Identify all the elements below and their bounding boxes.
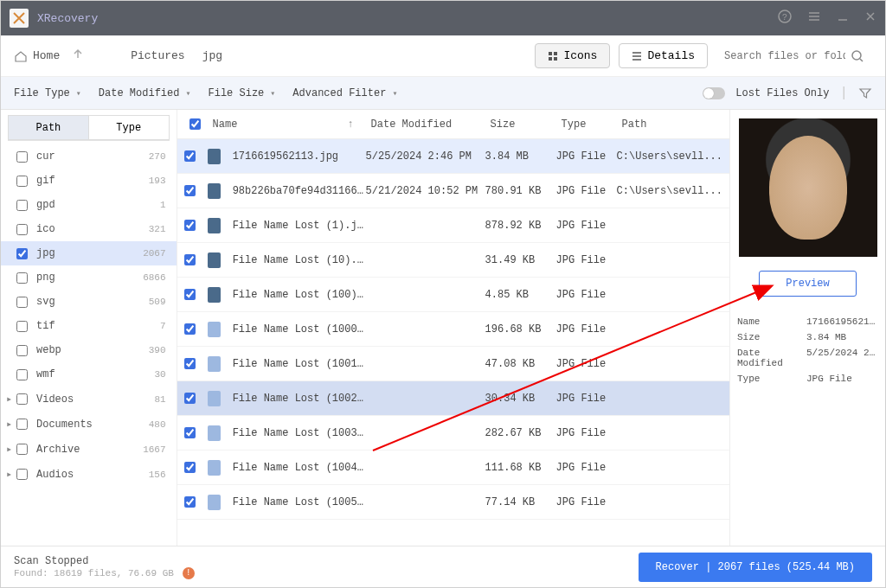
sidebar: Path Type cur270gif193gpd1ico321jpg2067p… — [1, 110, 177, 546]
col-size[interactable]: Size — [485, 118, 556, 131]
table-row[interactable]: File Name Lost (1002).jpg30.34 KBJPG Fil… — [177, 381, 729, 416]
tab-path[interactable]: Path — [8, 115, 89, 140]
table-row[interactable]: 98b226ba70fe94d311668527d01...5/21/2024 … — [177, 174, 729, 208]
sidebar-checkbox[interactable] — [16, 248, 28, 259]
sidebar-checkbox[interactable] — [16, 393, 28, 405]
breadcrumb-item[interactable]: Pictures — [131, 49, 184, 62]
sidebar-category-archive[interactable]: ▸Archive1667 — [1, 437, 177, 462]
table-row[interactable]: File Name Lost (100).jpg4.85 KBJPG File — [177, 278, 729, 312]
row-checkbox[interactable] — [184, 358, 196, 369]
file-size: 3.84 MB — [485, 150, 556, 163]
filter-file-size[interactable]: File Size — [209, 87, 276, 99]
col-name[interactable]: Name — [213, 118, 238, 131]
row-checkbox[interactable] — [184, 323, 196, 335]
sidebar-checkbox[interactable] — [16, 469, 28, 480]
sidebar-item-cur[interactable]: cur270 — [1, 144, 177, 169]
sidebar-checkbox[interactable] — [16, 272, 28, 284]
meta-date-value: 5/25/2024 2:… — [806, 348, 878, 368]
file-thumbnail-icon — [208, 183, 221, 199]
sidebar-checkbox[interactable] — [16, 297, 28, 308]
table-row[interactable]: File Name Lost (1003).jpg282.67 KBJPG Fi… — [177, 416, 729, 451]
row-checkbox[interactable] — [184, 393, 196, 404]
home-button[interactable]: Home — [14, 49, 60, 63]
filter-date-modified[interactable]: Date Modified — [99, 87, 191, 99]
row-checkbox[interactable] — [184, 254, 196, 265]
tab-type[interactable]: Type — [89, 115, 170, 140]
file-thumbnail-icon — [208, 149, 221, 164]
col-path[interactable]: Path — [617, 118, 722, 131]
sidebar-checkbox[interactable] — [16, 200, 28, 211]
lost-files-toggle[interactable] — [703, 87, 725, 99]
select-all-checkbox[interactable] — [189, 118, 201, 130]
table-row[interactable]: 1716619562113.jpg5/25/2024 2:46 PM3.84 M… — [177, 139, 729, 174]
help-icon[interactable]: ? — [778, 10, 792, 28]
file-path: C:\Users\sevll... — [617, 185, 722, 197]
sidebar-checkbox[interactable] — [16, 345, 28, 356]
search-box[interactable] — [716, 45, 872, 67]
sort-arrow-icon[interactable]: ↑ — [347, 118, 353, 131]
view-details-button[interactable]: Details — [619, 43, 708, 68]
minimize-icon[interactable] — [837, 10, 849, 27]
sidebar-checkbox[interactable] — [16, 321, 28, 332]
breadcrumb-item[interactable]: jpg — [202, 49, 222, 62]
table-row[interactable]: File Name Lost (1000).jpg196.68 KBJPG Fi… — [177, 312, 729, 347]
sidebar-item-gif[interactable]: gif193 — [1, 169, 177, 193]
file-type: JPG File — [556, 462, 617, 474]
sidebar-item-tif[interactable]: tif7 — [1, 314, 177, 338]
sidebar-category-videos[interactable]: ▸Videos81 — [1, 387, 177, 412]
sidebar-item-wmf[interactable]: wmf30 — [1, 362, 177, 387]
sidebar-item-svg[interactable]: svg509 — [1, 290, 177, 314]
table-row[interactable]: File Name Lost (1004).jpg111.68 KBJPG Fi… — [177, 451, 729, 485]
sidebar-checkbox[interactable] — [16, 151, 28, 163]
sidebar-checkbox[interactable] — [16, 419, 28, 430]
nav-up-button[interactable] — [72, 48, 84, 64]
table-row[interactable]: File Name Lost (10).jpg31.49 KBJPG File — [177, 243, 729, 278]
row-checkbox[interactable] — [184, 496, 196, 508]
col-type[interactable]: Type — [556, 118, 617, 131]
file-name: File Name Lost (1004).jpg — [233, 462, 366, 474]
footer: Scan Stopped Found: 18619 files, 76.69 G… — [1, 546, 885, 587]
sidebar-checkbox[interactable] — [16, 176, 28, 187]
menu-icon[interactable] — [807, 10, 821, 28]
sidebar-checkbox[interactable] — [16, 444, 28, 455]
row-checkbox[interactable] — [184, 289, 196, 300]
row-checkbox[interactable] — [184, 462, 196, 473]
file-path: C:\Users\sevll... — [617, 150, 722, 163]
file-size: 77.14 KB — [485, 496, 556, 508]
sidebar-item-png[interactable]: png6866 — [1, 265, 177, 290]
preview-button[interactable]: Preview — [759, 271, 856, 297]
file-type: JPG File — [556, 427, 617, 439]
sidebar-category-documents[interactable]: ▸Documents480 — [1, 412, 177, 437]
table-row[interactable]: File Name Lost (1005).jpg77.14 KBJPG Fil… — [177, 485, 729, 520]
filter-advanced[interactable]: Advanced Filter — [292, 87, 397, 99]
file-type: JPG File — [556, 289, 617, 301]
file-type: JPG File — [556, 220, 617, 232]
file-type: JPG File — [556, 358, 617, 370]
sidebar-item-webp[interactable]: webp390 — [1, 338, 177, 362]
table-row[interactable]: File Name Lost (1).jpg878.92 KBJPG File — [177, 208, 729, 243]
col-date[interactable]: Date Modified — [366, 118, 485, 131]
table-row[interactable]: File Name Lost (1001).jpg47.08 KBJPG Fil… — [177, 347, 729, 381]
sidebar-category-audios[interactable]: ▸Audios156 — [1, 462, 177, 487]
warning-icon[interactable]: ! — [183, 567, 195, 579]
preview-image — [739, 118, 877, 257]
sidebar-item-jpg[interactable]: jpg2067 — [1, 241, 177, 265]
sidebar-checkbox[interactable] — [16, 224, 28, 235]
breadcrumb: Pictures jpg — [131, 49, 222, 62]
file-thumbnail-icon — [208, 356, 221, 372]
search-input[interactable] — [724, 50, 845, 62]
row-checkbox[interactable] — [184, 427, 196, 438]
view-icons-button[interactable]: Icons — [535, 43, 610, 68]
meta-name-key: Name — [737, 316, 806, 327]
row-checkbox[interactable] — [184, 220, 196, 231]
sidebar-item-ico[interactable]: ico321 — [1, 217, 177, 241]
file-thumbnail-icon — [208, 252, 221, 268]
filter-icon[interactable] — [858, 86, 872, 100]
sidebar-checkbox[interactable] — [16, 369, 28, 380]
close-icon[interactable] — [864, 10, 876, 27]
sidebar-item-gpd[interactable]: gpd1 — [1, 193, 177, 217]
filter-file-type[interactable]: File Type — [14, 87, 81, 99]
recover-button[interactable]: Recover | 2067 files (525.44 MB) — [639, 553, 872, 582]
row-checkbox[interactable] — [184, 150, 196, 162]
row-checkbox[interactable] — [184, 185, 196, 196]
